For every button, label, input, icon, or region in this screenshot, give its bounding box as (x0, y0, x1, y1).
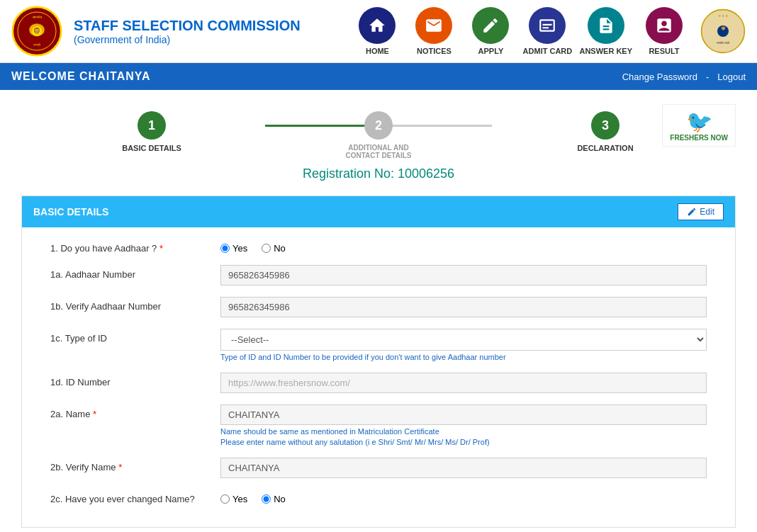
ssc-logo: सत्यमेव जयते 🦁 (11, 6, 62, 57)
edit-icon (687, 207, 697, 217)
type-of-id-label: 1c. Type of ID (50, 329, 220, 344)
welcome-bar: WELCOME CHAITANYA Change Password - Logo… (0, 63, 757, 90)
id-number-label: 1d. ID Number (50, 373, 220, 387)
form-row-aadhaar-number: 1a. Aadhaar Number (50, 265, 707, 285)
registration-number: Registration No: 10006256 (21, 166, 736, 181)
section-header: BASIC DETAILS Edit (22, 196, 735, 227)
stepper: 1 BASIC DETAILS 2 ADDITIONAL AND CONTACT… (21, 104, 736, 159)
svg-text:सत्यमेव: सत्यमेव (32, 15, 43, 19)
change-password-link[interactable]: Change Password (622, 72, 697, 82)
changed-name-label: 2c. Have you ever changed Name? (50, 489, 220, 504)
nav-icons: HOME NOTICES APPLY (352, 7, 689, 55)
page-wrapper: सत्यमेव जयते 🦁 STAFF SELECTION COMMISSIO… (0, 0, 757, 532)
verify-name-input[interactable] (220, 458, 707, 478)
svg-text:🦁: 🦁 (33, 27, 41, 35)
type-of-id-select[interactable]: --Select-- (220, 329, 707, 351)
aadhaar-q-control: Yes No (220, 239, 707, 254)
step-1-circle: 1 (138, 111, 166, 140)
india-emblem: 🦁 सत्यमेव जयते ★ ★ ★ (700, 9, 746, 54)
changed-name-no-label: No (274, 494, 286, 504)
svg-text:सत्यमेव जयते: सत्यमेव जयते (716, 41, 730, 45)
nav-notices[interactable]: NOTICES (409, 7, 459, 55)
nav-home[interactable]: HOME (352, 7, 402, 55)
changed-name-yes-radio[interactable] (220, 494, 230, 504)
name-control: Name should be same as mentioned in Matr… (220, 404, 707, 446)
name-input[interactable] (220, 404, 707, 425)
form-row-verify-name: 2b. Verify Name * (50, 458, 707, 478)
step-2-circle: 2 (364, 111, 393, 140)
result-icon (646, 7, 683, 44)
changed-name-no-radio[interactable] (262, 494, 271, 504)
id-number-control (220, 373, 707, 393)
header-title: STAFF SELECTION COMMISSION (Government o… (74, 18, 341, 45)
home-icon (359, 7, 396, 44)
verify-name-label: 2b. Verify Name * (50, 458, 220, 472)
changed-name-no-option[interactable]: No (262, 494, 286, 504)
org-name: STAFF SELECTION COMMISSION (74, 18, 341, 34)
form-row-verify-aadhaar: 1b. Verify Aadhaar Number (50, 297, 707, 317)
form-row-name: 2a. Name * Name should be same as mentio… (50, 404, 707, 446)
admit-card-label: ADMIT CARD (523, 47, 573, 55)
admit-card-icon (529, 7, 566, 44)
aadhaar-yes-label: Yes (232, 243, 247, 254)
step-3-circle: 3 (591, 111, 619, 140)
answer-key-icon (588, 7, 624, 44)
aadhaar-no-label: No (274, 243, 286, 254)
svg-text:🦁: 🦁 (721, 26, 726, 31)
aadhaar-yes-radio[interactable] (220, 244, 230, 253)
aadhaar-q-label: 1. Do you have Aadhaar ? * (50, 239, 220, 254)
header: सत्यमेव जयते 🦁 STAFF SELECTION COMMISSIO… (0, 0, 757, 63)
id-number-input[interactable] (220, 373, 707, 393)
welcome-actions: Change Password - Logout (622, 72, 746, 82)
form-row-type-of-id: 1c. Type of ID --Select-- Type of ID and… (50, 329, 707, 361)
edit-button[interactable]: Edit (678, 203, 724, 220)
aadhaar-number-input[interactable] (220, 265, 707, 285)
nav-answer-key[interactable]: ANSWER KEY (579, 7, 632, 55)
org-sub: (Government of India) (74, 34, 341, 45)
step-3: 3 DECLARATION (549, 111, 662, 152)
verify-aadhaar-control (220, 297, 707, 317)
aadhaar-radio-group: Yes No (220, 239, 707, 254)
separator: - (706, 72, 709, 82)
section-title: BASIC DETAILS (33, 206, 108, 217)
step-3-label: DECLARATION (577, 144, 633, 152)
type-of-id-hint: Type of ID and ID Number to be provided … (220, 353, 707, 361)
welcome-text: WELCOME CHAITANYA (11, 70, 151, 83)
changed-name-yes-option[interactable]: Yes (220, 494, 247, 504)
step-1: 1 BASIC DETAILS (95, 111, 208, 152)
form-row-aadhaar-q: 1. Do you have Aadhaar ? * Yes No (50, 239, 707, 254)
answer-key-label: ANSWER KEY (579, 47, 632, 55)
changed-name-radio-group: Yes No (220, 489, 707, 504)
form-row-changed-name: 2c. Have you ever changed Name? Yes No (50, 489, 707, 504)
changed-name-yes-label: Yes (232, 494, 247, 504)
aadhaar-yes-option[interactable]: Yes (220, 243, 247, 254)
aadhaar-no-radio[interactable] (262, 244, 271, 253)
nav-admit-card[interactable]: ADMIT CARD (522, 7, 572, 55)
apply-icon (472, 7, 509, 44)
main-content: 🐦 FRESHERS NOW 1 BASIC DETAILS (0, 90, 757, 532)
apply-label: APPLY (478, 47, 504, 55)
notices-icon (415, 7, 452, 44)
verify-name-control (220, 458, 707, 478)
verify-aadhaar-label: 1b. Verify Aadhaar Number (50, 297, 220, 312)
name-hint2: Please enter name without any salutation… (220, 438, 707, 446)
name-hint1: Name should be same as mentioned in Matr… (220, 427, 707, 436)
notices-label: NOTICES (417, 47, 452, 55)
aadhaar-no-option[interactable]: No (262, 243, 286, 254)
aadhaar-number-label: 1a. Aadhaar Number (50, 265, 220, 280)
home-label: HOME (366, 47, 389, 55)
nav-result[interactable]: RESULT (639, 7, 689, 55)
stepper-container: 🐦 FRESHERS NOW 1 BASIC DETAILS (21, 104, 736, 181)
verify-aadhaar-input[interactable] (220, 297, 707, 317)
step-2-label: ADDITIONAL AND CONTACT DETAILS (336, 144, 421, 159)
result-label: RESULT (649, 47, 679, 55)
edit-label: Edit (700, 207, 714, 217)
logout-link[interactable]: Logout (717, 72, 746, 82)
changed-name-control: Yes No (220, 489, 707, 504)
svg-text:जयते: जयते (33, 43, 40, 47)
step-1-label: BASIC DETAILS (122, 144, 181, 152)
form-row-id-number: 1d. ID Number (50, 373, 707, 393)
name-label: 2a. Name * (50, 404, 220, 419)
aadhaar-number-control (220, 265, 707, 285)
nav-apply[interactable]: APPLY (466, 7, 515, 55)
